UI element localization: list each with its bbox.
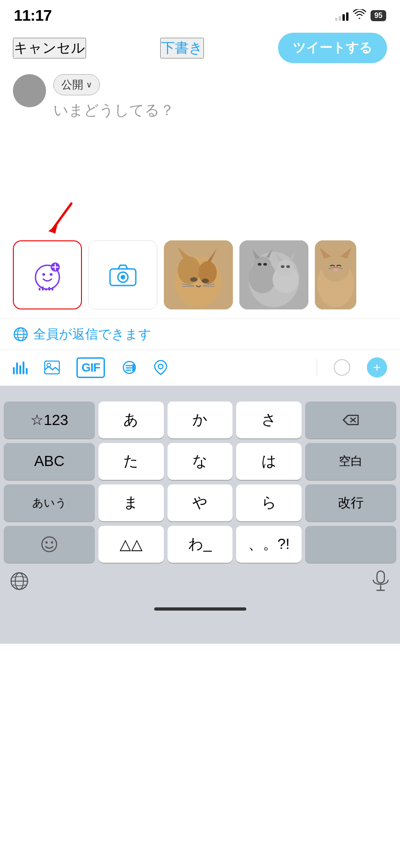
key-ra[interactable]: ら xyxy=(236,484,301,521)
svg-point-32 xyxy=(253,256,272,275)
svg-point-61 xyxy=(132,369,135,372)
svg-point-62 xyxy=(158,364,163,369)
compose-placeholder[interactable]: いまどうしてる？ xyxy=(53,100,387,121)
svg-point-15 xyxy=(121,275,125,280)
camera-button[interactable] xyxy=(88,240,157,309)
audience-button[interactable]: 公開 ∨ xyxy=(53,74,100,95)
toolbar: GIF + xyxy=(0,350,400,386)
cat-photo-1 xyxy=(164,240,233,309)
svg-point-3 xyxy=(42,273,45,276)
svg-rect-12 xyxy=(52,288,53,291)
delete-key[interactable] xyxy=(305,402,396,438)
photo-1[interactable] xyxy=(164,240,233,309)
keyboard-bottom-row xyxy=(4,567,396,603)
svg-point-21 xyxy=(202,279,209,283)
key-ka[interactable]: か xyxy=(168,402,233,438)
svg-point-34 xyxy=(258,263,261,266)
svg-point-67 xyxy=(51,541,53,543)
svg-point-4 xyxy=(50,273,52,276)
arrow-indicator xyxy=(44,199,81,236)
svg-point-36 xyxy=(281,265,284,268)
media-strip xyxy=(0,236,400,319)
signal-icon xyxy=(335,11,348,21)
keyboard-row-2: ABC た な は 空白 xyxy=(4,443,396,480)
key-punctuation[interactable]: 、。?! xyxy=(236,526,301,563)
svg-point-35 xyxy=(263,263,267,266)
emoji-key[interactable] xyxy=(4,526,95,563)
photo-2[interactable] xyxy=(239,240,308,309)
key-ten-ten[interactable]: △△ xyxy=(99,526,164,563)
svg-rect-10 xyxy=(45,288,47,291)
mic-key[interactable] xyxy=(371,570,391,596)
key-a[interactable]: あ xyxy=(99,402,164,438)
key-ya[interactable]: や xyxy=(168,484,233,521)
svg-point-44 xyxy=(322,254,349,282)
svg-point-20 xyxy=(190,277,197,282)
avatar xyxy=(13,74,46,107)
draft-button[interactable]: 下書き xyxy=(160,38,204,58)
key-special-3[interactable]: あいう xyxy=(4,484,95,521)
compose-spacer xyxy=(0,125,400,199)
add-thread-button[interactable]: + xyxy=(367,357,387,378)
keyboard-row-1: ☆123 あ か さ xyxy=(4,402,396,438)
toolbar-divider xyxy=(317,359,318,376)
cancel-button[interactable]: キャンセル xyxy=(13,38,86,58)
tweet-button[interactable]: ツイートする xyxy=(278,33,387,63)
arrow-area xyxy=(0,199,400,236)
keyboard-row-3: あいう ま や ら 改行 xyxy=(4,484,396,521)
svg-point-65 xyxy=(42,537,57,552)
svg-rect-11 xyxy=(48,287,50,291)
top-nav: キャンセル 下書き ツイートする xyxy=(0,28,400,70)
return-key[interactable]: 改行 xyxy=(305,484,396,521)
status-bar: 11:17 95 xyxy=(0,0,400,28)
wifi-icon xyxy=(353,9,366,22)
audience-label: 公開 xyxy=(61,77,83,92)
svg-line-0 xyxy=(53,204,71,229)
audiogram-button[interactable] xyxy=(13,361,28,374)
svg-rect-71 xyxy=(377,571,384,583)
svg-point-66 xyxy=(46,541,48,543)
key-special-2[interactable]: ABC xyxy=(4,443,95,480)
compose-right: 公開 ∨ いまどうしてる？ xyxy=(53,74,387,121)
character-count-circle xyxy=(334,359,350,376)
status-time: 11:17 xyxy=(14,6,52,24)
location-button[interactable] xyxy=(154,360,168,375)
key-na[interactable]: な xyxy=(168,443,233,480)
svg-rect-9 xyxy=(42,286,44,291)
keyboard: ☆123 あ か さ ABC た な は 空白 あいう ま や ら 改行 xyxy=(0,386,400,644)
space-key[interactable]: 空白 xyxy=(305,443,396,480)
key-ha[interactable]: は xyxy=(236,443,301,480)
keyboard-row-4: △△ わ_ 、。?! xyxy=(4,526,396,563)
return-key-2[interactable] xyxy=(305,526,396,563)
earth-icon xyxy=(13,326,29,342)
photo-3[interactable] xyxy=(315,240,356,309)
battery-icon: 95 xyxy=(371,10,386,21)
camera-icon xyxy=(109,263,137,286)
reply-permission: 全員が返信できます xyxy=(0,319,400,350)
status-icons: 95 xyxy=(335,9,386,22)
compose-area: 公開 ∨ いまどうしてる？ xyxy=(0,70,400,125)
home-indicator xyxy=(154,607,246,611)
key-ma[interactable]: ま xyxy=(99,484,164,521)
globe-key[interactable] xyxy=(9,571,29,595)
key-ta[interactable]: た xyxy=(99,443,164,480)
key-sa[interactable]: さ xyxy=(236,402,301,438)
key-wa[interactable]: わ_ xyxy=(168,526,233,563)
gif-icon: GIF xyxy=(76,357,105,378)
svg-point-45 xyxy=(333,268,338,271)
key-special-1[interactable]: ☆123 xyxy=(4,402,95,438)
cat-photo-2 xyxy=(239,240,308,309)
svg-marker-1 xyxy=(48,224,58,233)
svg-point-37 xyxy=(286,265,290,268)
chevron-down-icon: ∨ xyxy=(86,80,92,90)
reply-permission-text[interactable]: 全員が返信できます xyxy=(33,326,151,343)
media-picker-button[interactable] xyxy=(13,240,82,309)
gif-button[interactable]: GIF xyxy=(76,357,105,378)
poll-button[interactable] xyxy=(122,361,137,374)
svg-point-33 xyxy=(277,260,294,276)
cat-photo-3 xyxy=(315,240,356,309)
image-button[interactable] xyxy=(44,361,60,374)
keyboard-spacer xyxy=(4,392,396,402)
svg-rect-8 xyxy=(39,288,41,291)
media-picker-icon xyxy=(31,259,64,291)
